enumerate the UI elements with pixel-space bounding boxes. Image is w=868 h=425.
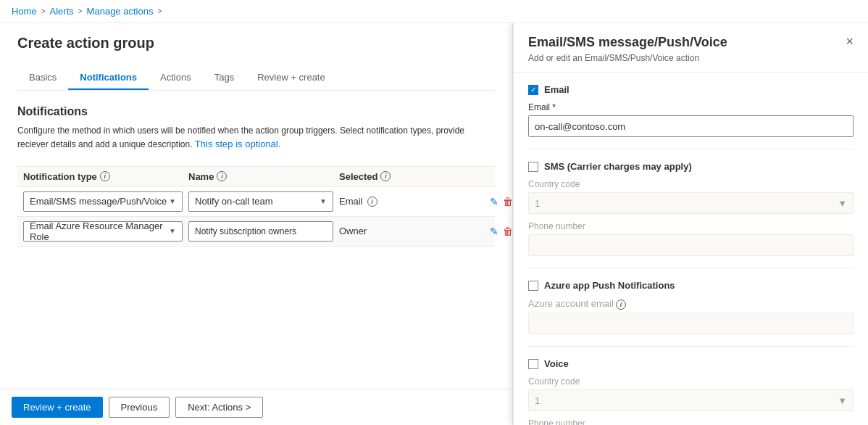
page-title: Create action group xyxy=(17,35,495,51)
push-checkbox[interactable] xyxy=(528,281,538,291)
col-name: Name i xyxy=(188,171,333,182)
chevron-down-icon: ▼ xyxy=(169,227,176,235)
sms-section: SMS (Carrier charges may apply) Country … xyxy=(528,161,854,256)
email-field-label: Email * xyxy=(528,102,854,112)
name-text-input[interactable] xyxy=(188,221,333,242)
voice-country-label: Country code xyxy=(528,376,854,387)
delete-icon[interactable]: 🗑 xyxy=(503,226,512,237)
divider-1 xyxy=(528,149,854,149)
table-header: Notification type i Name i Selected i xyxy=(17,166,495,187)
chevron-down-icon: ▼ xyxy=(838,198,847,209)
flyout-panel: Email/SMS message/Push/Voice Add or edit… xyxy=(513,23,868,425)
previous-button[interactable]: Previous xyxy=(109,397,170,418)
push-email-label: Azure account email i xyxy=(528,298,854,310)
voice-checkbox[interactable] xyxy=(528,359,538,369)
voice-label: Voice xyxy=(544,358,569,369)
section-title: Notifications xyxy=(17,105,495,118)
name-info-icon: i xyxy=(217,171,227,181)
tab-review-create[interactable]: Review + create xyxy=(246,66,337,90)
flyout-title: Email/SMS message/Push/Voice xyxy=(528,35,727,50)
sms-label: SMS (Carrier charges may apply) xyxy=(544,161,692,172)
tab-notifications[interactable]: Notifications xyxy=(68,66,149,90)
tab-tags[interactable]: Tags xyxy=(203,66,246,90)
sms-checkbox-row: SMS (Carrier charges may apply) xyxy=(528,161,854,172)
divider-3 xyxy=(528,346,854,347)
email-label: Email xyxy=(544,84,569,95)
selected-cell-1: Email i xyxy=(339,196,484,207)
breadcrumb-sep-2: > xyxy=(78,7,83,15)
next-button[interactable]: Next: Actions > xyxy=(175,397,263,418)
flyout-content: Email Email * SMS (Carrier charges may a… xyxy=(514,73,868,425)
email-form-group: Email * xyxy=(528,102,854,137)
push-email-input[interactable] xyxy=(528,313,854,334)
breadcrumb-home[interactable]: Home xyxy=(12,6,37,17)
breadcrumb-sep-3: > xyxy=(157,7,162,15)
breadcrumb: Home > Alerts > Manage actions > xyxy=(0,0,868,23)
flyout-header: Email/SMS message/Push/Voice Add or edit… xyxy=(514,23,868,73)
email-input[interactable] xyxy=(528,115,854,137)
chevron-down-icon: ▼ xyxy=(320,197,327,205)
voice-section: Voice Country code 1 ▼ Phone number xyxy=(528,358,854,425)
breadcrumb-manage-actions[interactable]: Manage actions xyxy=(87,6,154,17)
breadcrumb-sep-1: > xyxy=(41,7,46,15)
footer: Review + create Previous Next: Actions > xyxy=(0,389,512,425)
name-input-2[interactable] xyxy=(188,221,333,242)
push-section: Azure app Push Notifications Azure accou… xyxy=(528,280,854,334)
sms-phone-input[interactable] xyxy=(528,234,854,256)
push-label: Azure app Push Notifications xyxy=(544,280,675,291)
push-email-group: Azure account email i xyxy=(528,298,854,334)
col-selected: Selected i xyxy=(339,171,484,182)
breadcrumb-alerts[interactable]: Alerts xyxy=(50,6,74,17)
tab-basics[interactable]: Basics xyxy=(17,66,68,90)
sms-country-group: Country code 1 ▼ xyxy=(528,179,854,214)
sms-phone-label: Phone number xyxy=(528,221,854,231)
sms-phone-group: Phone number xyxy=(528,221,854,256)
edit-icon[interactable]: ✎ xyxy=(490,196,498,207)
review-create-button[interactable]: Review + create xyxy=(12,397,103,418)
sms-checkbox[interactable] xyxy=(528,162,538,172)
voice-country-group: Country code 1 ▼ xyxy=(528,376,854,411)
push-checkbox-row: Azure app Push Notifications xyxy=(528,280,854,291)
tab-actions[interactable]: Actions xyxy=(149,66,203,90)
email-info-icon: i xyxy=(367,197,377,207)
email-checkbox-row: Email xyxy=(528,84,854,95)
chevron-down-icon: ▼ xyxy=(169,197,176,205)
voice-checkbox-row: Voice xyxy=(528,358,854,369)
voice-phone-group: Phone number xyxy=(528,418,854,425)
selected-cell-2: Owner xyxy=(339,226,484,236)
email-section: Email Email * xyxy=(528,84,854,137)
table-row: Email/SMS message/Push/Voice ▼ Notify on… xyxy=(17,187,495,217)
delete-icon[interactable]: 🗑 xyxy=(503,196,512,207)
voice-country-select[interactable]: 1 ▼ xyxy=(528,389,854,411)
notification-type-dropdown-2[interactable]: Email Azure Resource Manager Role ▼ xyxy=(23,221,183,242)
table-row: Email Azure Resource Manager Role ▼ Owne… xyxy=(17,217,495,247)
col-notification-type: Notification type i xyxy=(23,171,183,182)
tab-bar: Basics Notifications Actions Tags Review… xyxy=(17,66,495,91)
section-description: Configure the method in which users will… xyxy=(17,124,495,152)
selected-info-icon: i xyxy=(380,171,391,181)
voice-phone-label: Phone number xyxy=(528,418,854,425)
optional-link[interactable]: This step is optional. xyxy=(195,139,281,149)
divider-2 xyxy=(528,268,854,268)
chevron-down-icon: ▼ xyxy=(838,395,847,406)
sms-country-select[interactable]: 1 ▼ xyxy=(528,192,854,214)
name-dropdown-1[interactable]: Notify on-call team ▼ xyxy=(188,191,333,212)
action-icons-1: ✎ 🗑 xyxy=(490,196,512,207)
edit-icon[interactable]: ✎ xyxy=(490,226,498,237)
email-checkbox[interactable] xyxy=(528,85,538,95)
close-button[interactable]: × xyxy=(846,35,854,48)
action-icons-2: ✎ 🗑 xyxy=(490,226,512,237)
push-info-icon: i xyxy=(616,300,626,310)
notification-type-dropdown-1[interactable]: Email/SMS message/Push/Voice ▼ xyxy=(23,191,183,212)
flyout-subtitle: Add or edit an Email/SMS/Push/Voice acti… xyxy=(528,53,727,63)
notification-type-info-icon: i xyxy=(100,171,110,181)
sms-country-label: Country code xyxy=(528,179,854,189)
